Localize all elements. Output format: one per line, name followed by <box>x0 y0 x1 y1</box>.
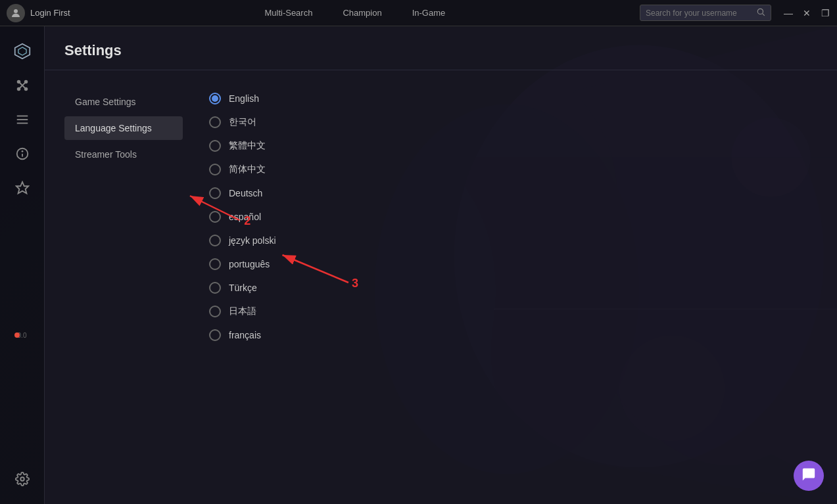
language-option-japanese[interactable]: 日本語 <box>209 306 276 317</box>
settings-body: Game Settings Language Settings Streamer… <box>45 70 837 504</box>
chat-icon <box>801 467 816 485</box>
settings-nav: Game Settings Language Settings Streamer… <box>64 90 183 484</box>
language-option-english[interactable]: English <box>209 93 276 104</box>
sidebar-item-info[interactable] <box>8 139 37 168</box>
language-option-polish[interactable]: język polski <box>209 235 276 246</box>
nav-champion[interactable]: Champion <box>337 5 387 20</box>
language-label-trad-chinese: 繁體中文 <box>229 140 266 152</box>
radio-japanese[interactable] <box>209 306 221 317</box>
radio-french[interactable] <box>209 329 221 341</box>
language-label-french: français <box>229 330 261 340</box>
radio-polish[interactable] <box>209 235 221 246</box>
sidebar-item-tools[interactable] <box>8 71 37 100</box>
language-option-simp-chinese[interactable]: 简体中文 <box>209 164 276 175</box>
language-option-korean[interactable]: 한국어 <box>209 116 276 128</box>
radio-trad-chinese[interactable] <box>209 140 221 152</box>
radio-korean[interactable] <box>209 116 221 128</box>
radio-english[interactable] <box>209 93 221 104</box>
app-avatar[interactable] <box>7 4 25 22</box>
sidebar-version: 0.0 <box>18 321 27 346</box>
nav-multi-search[interactable]: Multi-Search <box>259 5 318 20</box>
settings-title: Settings <box>64 42 122 58</box>
titlebar-right: — ✕ ❐ <box>640 5 830 21</box>
chat-bubble[interactable] <box>794 461 824 491</box>
version-badge <box>14 332 20 338</box>
settings-nav-language[interactable]: Language Settings <box>64 116 183 140</box>
svg-point-0 <box>14 9 18 13</box>
window-controls: — ✕ ❐ <box>783 8 830 18</box>
svg-point-9 <box>17 88 20 91</box>
language-option-french[interactable]: français <box>209 329 276 341</box>
search-input[interactable] <box>646 9 752 18</box>
settings-nav-game[interactable]: Game Settings <box>64 90 183 114</box>
search-icon <box>756 7 765 18</box>
svg-point-7 <box>17 81 20 83</box>
sidebar: 0.0 <box>0 26 45 504</box>
language-option-turkish[interactable]: Türkçe <box>209 282 276 294</box>
settings-nav-streamer[interactable]: Streamer Tools <box>64 143 183 166</box>
language-option-portuguese[interactable]: português <box>209 258 276 270</box>
language-option-espanol[interactable]: español <box>209 211 276 223</box>
language-option-deutsch[interactable]: Deutsch <box>209 187 276 199</box>
radio-turkish[interactable] <box>209 282 221 294</box>
minimize-button[interactable]: — <box>783 8 794 18</box>
titlebar: Login First Multi-Search Champion In-Gam… <box>0 0 837 26</box>
content-area: Settings Game Settings Language Settings… <box>45 26 837 504</box>
svg-point-10 <box>24 88 27 91</box>
svg-marker-4 <box>18 47 26 55</box>
svg-point-1 <box>757 9 763 14</box>
language-label-simp-chinese: 简体中文 <box>229 164 266 175</box>
language-label-korean: 한국어 <box>229 116 256 128</box>
radio-simp-chinese[interactable] <box>209 164 221 175</box>
language-label-english: English <box>229 93 259 104</box>
maximize-button[interactable]: ❐ <box>820 8 830 18</box>
svg-line-2 <box>763 14 765 16</box>
language-label-espanol: español <box>229 212 261 222</box>
language-list: English 한국어 繁體中文 简体中文 <box>209 90 276 484</box>
svg-marker-3 <box>14 44 30 59</box>
settings-header: Settings <box>45 26 837 70</box>
titlebar-left: Login First <box>7 4 70 22</box>
sidebar-item-menu[interactable] <box>8 105 37 134</box>
language-option-trad-chinese[interactable]: 繁體中文 <box>209 140 276 152</box>
close-button[interactable]: ✕ <box>801 8 812 18</box>
language-label-polish: język polski <box>229 235 276 246</box>
radio-espanol[interactable] <box>209 211 221 223</box>
language-label-turkish: Türkçe <box>229 283 257 293</box>
language-label-japanese: 日本語 <box>229 306 256 317</box>
search-bar[interactable] <box>640 5 771 21</box>
nav-in-game[interactable]: In-Game <box>407 5 451 20</box>
settings-panel: Settings Game Settings Language Settings… <box>45 26 837 504</box>
app-title: Login First <box>30 8 70 18</box>
main-layout: 0.0 <box>0 26 837 504</box>
radio-portuguese[interactable] <box>209 258 221 270</box>
radio-inner-english <box>212 95 218 102</box>
language-label-deutsch: Deutsch <box>229 188 262 198</box>
sidebar-item-league[interactable] <box>8 37 37 66</box>
language-label-portuguese: português <box>229 259 270 269</box>
radio-deutsch[interactable] <box>209 187 221 199</box>
svg-point-17 <box>20 477 24 481</box>
svg-point-8 <box>24 81 27 83</box>
sidebar-item-champion[interactable] <box>8 173 37 202</box>
titlebar-nav: Multi-Search Champion In-Game <box>70 5 640 20</box>
sidebar-item-settings[interactable] <box>8 465 37 493</box>
